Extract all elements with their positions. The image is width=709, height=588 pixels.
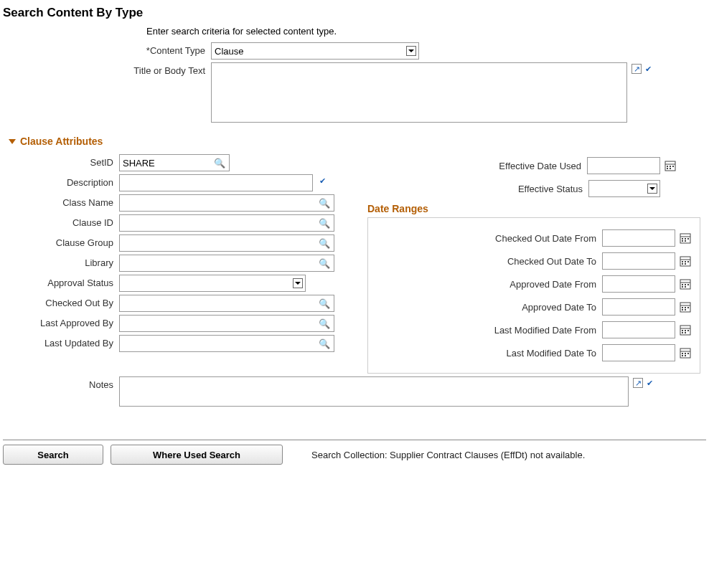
spellcheck-icon[interactable]: ✔ [317, 176, 327, 186]
class-name-label: Class Name [3, 194, 119, 208]
checked-out-to-input[interactable] [602, 252, 675, 270]
search-button[interactable]: Search [3, 445, 103, 465]
effective-status-label: Effective Status [518, 184, 588, 194]
spellcheck-icon[interactable]: ✔ [643, 64, 653, 74]
description-input[interactable] [119, 174, 313, 191]
last-approved-by-label: Last Approved By [3, 315, 119, 328]
svg-rect-3 [670, 166, 671, 167]
svg-rect-10 [685, 238, 686, 240]
title-body-label: Title or Body Text [3, 62, 211, 76]
lookup-icon[interactable]: 🔍 [319, 298, 330, 309]
library-input[interactable] [119, 255, 334, 272]
expand-icon[interactable]: ↗ [633, 378, 643, 388]
setid-input[interactable] [119, 154, 230, 171]
where-used-search-button[interactable]: Where Used Search [111, 445, 283, 465]
svg-rect-19 [682, 263, 683, 265]
svg-rect-46 [687, 353, 689, 354]
checked-out-by-label: Checked Out By [3, 295, 119, 308]
lookup-icon[interactable]: 🔍 [319, 338, 330, 349]
date-ranges-box: Checked Out Date From Checked Out Date T… [367, 217, 700, 374]
svg-rect-9 [682, 238, 683, 240]
svg-rect-25 [687, 284, 689, 285]
lookup-icon[interactable]: 🔍 [319, 198, 330, 209]
svg-rect-23 [682, 284, 683, 285]
clause-id-label: Clause ID [3, 214, 119, 228]
last-modified-from-label: Last Modified Date From [371, 325, 602, 336]
effective-status-select[interactable] [588, 180, 660, 197]
checked-out-from-input[interactable] [602, 229, 675, 247]
last-modified-to-label: Last Modified Date To [371, 348, 602, 359]
svg-rect-27 [685, 286, 686, 288]
clause-attributes-header: Clause Attributes [20, 136, 103, 147]
title-body-textarea[interactable] [211, 62, 627, 123]
approval-status-select[interactable] [119, 275, 306, 292]
last-approved-by-input[interactable] [119, 315, 334, 332]
svg-rect-4 [672, 166, 674, 167]
lookup-icon[interactable]: 🔍 [319, 238, 330, 249]
last-modified-from-input[interactable] [602, 321, 675, 338]
notes-label: Notes [3, 376, 119, 390]
calendar-icon[interactable] [678, 277, 692, 291]
svg-rect-18 [687, 261, 689, 262]
lookup-icon[interactable]: 🔍 [319, 318, 330, 329]
lookup-icon[interactable]: 🔍 [214, 158, 225, 169]
status-message: Search Collection: Supplier Contract Cla… [311, 450, 585, 460]
expand-icon[interactable]: ↗ [631, 64, 642, 74]
svg-rect-32 [687, 307, 689, 308]
svg-rect-34 [685, 309, 686, 310]
svg-rect-44 [682, 353, 683, 354]
svg-rect-38 [685, 330, 686, 331]
svg-rect-37 [682, 330, 683, 331]
approved-to-input[interactable] [602, 298, 675, 316]
date-ranges-header: Date Ranges [367, 203, 706, 214]
svg-rect-24 [685, 284, 686, 285]
calendar-icon[interactable] [678, 300, 692, 314]
checked-out-to-label: Checked Out Date To [371, 256, 602, 267]
svg-rect-16 [682, 261, 683, 262]
clause-id-input[interactable] [119, 214, 334, 232]
effective-date-used-input[interactable] [587, 157, 660, 174]
last-modified-to-input[interactable] [602, 344, 675, 361]
svg-rect-30 [682, 307, 683, 308]
spellcheck-icon[interactable]: ✔ [644, 378, 654, 388]
calendar-icon[interactable] [678, 323, 692, 337]
clause-attributes-toggle[interactable]: Clause Attributes [9, 136, 706, 147]
last-updated-by-label: Last Updated By [3, 335, 119, 348]
library-label: Library [3, 255, 119, 268]
checked-out-by-input[interactable] [119, 295, 334, 312]
content-type-label: *Content Type [3, 42, 211, 56]
svg-rect-33 [682, 309, 683, 310]
page-title: Search Content By Type [3, 6, 706, 20]
calendar-icon[interactable] [678, 231, 692, 245]
svg-rect-6 [670, 168, 671, 169]
svg-rect-41 [685, 332, 686, 333]
svg-rect-12 [682, 240, 683, 242]
clause-group-label: Clause Group [3, 234, 119, 248]
svg-rect-48 [685, 355, 686, 356]
svg-rect-47 [682, 355, 683, 356]
calendar-icon[interactable] [678, 254, 692, 268]
approval-status-label: Approval Status [3, 275, 119, 288]
lookup-icon[interactable]: 🔍 [319, 258, 330, 269]
approved-from-label: Approved Date From [371, 279, 602, 290]
clause-group-input[interactable] [119, 234, 334, 252]
svg-rect-5 [667, 168, 668, 169]
svg-rect-17 [685, 261, 686, 262]
approved-to-label: Approved Date To [371, 302, 602, 313]
last-updated-by-input[interactable] [119, 335, 334, 352]
calendar-icon[interactable] [678, 346, 692, 360]
svg-rect-26 [682, 286, 683, 288]
class-name-input[interactable] [119, 194, 334, 212]
notes-textarea[interactable] [119, 376, 629, 407]
approved-from-input[interactable] [602, 275, 675, 293]
svg-rect-2 [667, 166, 668, 167]
chevron-down-icon [9, 139, 16, 144]
lookup-icon[interactable]: 🔍 [319, 218, 330, 229]
svg-rect-31 [685, 307, 686, 308]
content-type-select[interactable]: Clause [211, 42, 419, 60]
svg-rect-45 [685, 353, 686, 354]
svg-rect-40 [682, 332, 683, 333]
svg-rect-11 [687, 238, 689, 240]
calendar-icon[interactable] [663, 158, 677, 173]
instruction-text: Enter search criteria for selected conte… [146, 26, 706, 37]
